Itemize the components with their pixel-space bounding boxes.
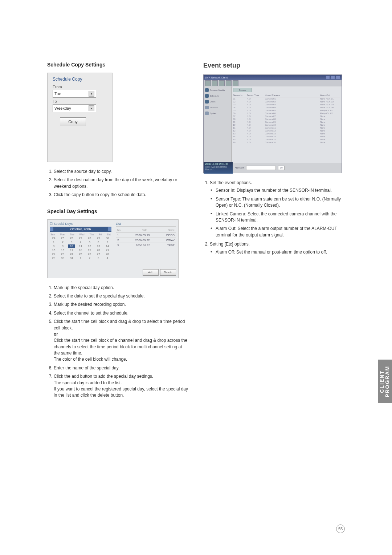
table-row: 10N.OCamera 10None (233, 123, 340, 126)
next-month-icon[interactable] (108, 227, 111, 231)
chevron-down-icon: ▾ (89, 91, 94, 97)
sidebar-item[interactable]: Network (204, 105, 230, 110)
calendar-day[interactable]: 15 (50, 248, 57, 252)
table-row: 05N.OCamera 05Relay Ch. 01 (233, 109, 340, 112)
calendar-day[interactable]: 7 (104, 240, 111, 244)
calendar-day[interactable]: 26 (68, 236, 75, 240)
table-row: 07N.OCamera 07None (233, 115, 340, 118)
calendar-day[interactable]: 24 (50, 236, 57, 240)
calendar-day[interactable]: 10 (68, 244, 75, 248)
calendar-day[interactable]: 29 (50, 256, 57, 260)
weekday-label: Mon (60, 233, 65, 236)
calendar-title-bar: October, 2006 (50, 227, 111, 232)
calendar-day[interactable]: 1 (77, 256, 84, 260)
special-day-steps: Mark up the special day option. Select t… (47, 285, 189, 399)
bullet-item: Alarm Off: Set the manual or post-alarm … (216, 249, 345, 255)
calendar-day[interactable]: 17 (68, 248, 75, 252)
list-item: Click the copy button to copy the schedu… (54, 192, 189, 198)
from-value: Tue (54, 92, 61, 96)
calendar-day[interactable]: 9 (60, 244, 66, 248)
weekday-label: Tue (70, 233, 74, 236)
calendar-day[interactable]: 3 (68, 240, 75, 244)
calendar-day[interactable]: 12 (86, 244, 93, 248)
special-day-heading: Special Day Settings (47, 208, 189, 214)
calendar-day[interactable]: 20 (95, 248, 102, 252)
list-label: List (116, 222, 176, 227)
toolbar-icon[interactable] (226, 80, 232, 86)
table-row[interactable]: 12006.09.19DDDD (116, 233, 176, 237)
copy-button[interactable]: Copy (60, 117, 86, 126)
calendar-day[interactable]: 25 (77, 252, 84, 256)
sidebar-item[interactable]: Event (204, 99, 230, 105)
status-datetime: 2006.10.10 15:31:59 (205, 163, 231, 166)
table-row: 01N.OCamera 01None / Ch. 01 (233, 97, 340, 100)
calendar-day[interactable]: 30 (60, 256, 66, 260)
calendar-day[interactable]: 31 (68, 256, 75, 260)
from-label: From (53, 85, 107, 89)
calendar-day[interactable]: 13 (95, 244, 102, 248)
calendar-day[interactable]: 11 (77, 244, 84, 248)
table-row[interactable]: 22006.09.22WDAY (116, 238, 176, 242)
table-row[interactable]: 32006.09.25TEST (116, 243, 176, 247)
delete-button[interactable]: Delete (160, 269, 176, 276)
from-dropdown[interactable]: Tue ▾ (53, 90, 96, 98)
calendar-day[interactable]: 2 (86, 256, 93, 260)
sidebar-item[interactable]: System (204, 110, 230, 116)
col-header: Sensor Type (247, 94, 265, 96)
calendar-day[interactable]: 14 (104, 244, 111, 248)
calendar-day[interactable]: 5 (86, 240, 93, 244)
calendar-day[interactable]: 18 (77, 248, 84, 252)
chevron-down-icon: ▾ (89, 105, 94, 111)
col-header: Name (168, 229, 175, 231)
sidebar-icon (205, 112, 209, 115)
maximize-icon[interactable] (331, 76, 335, 79)
event-setup-figure: DVR Network Client Camera / AudioSchedul… (203, 74, 342, 173)
list-item: Enter the name of the special day. (54, 365, 189, 371)
close-icon[interactable] (336, 76, 340, 79)
table-row: 13N.OCamera 13None (233, 132, 340, 135)
status-line: Record : (205, 168, 231, 171)
calendar-day[interactable]: 8 (50, 244, 57, 248)
calendar-day[interactable]: 4 (104, 256, 111, 260)
table-row: 09N.OCamera 09None (233, 121, 340, 123)
calendar-day[interactable]: 4 (77, 240, 84, 244)
alarm-off-field[interactable] (246, 166, 276, 170)
tab-sensor[interactable]: Sensor (233, 88, 252, 92)
calendar-day[interactable]: 21 (104, 248, 111, 252)
list-item: Click the add button to add the special … (54, 373, 189, 399)
calendar-day[interactable]: 27 (95, 252, 102, 256)
toolbar-icon[interactable] (233, 80, 238, 86)
minimize-icon[interactable] (326, 76, 330, 79)
calendar-day[interactable]: 27 (77, 236, 84, 240)
calendar-day[interactable]: 23 (60, 252, 66, 256)
calendar-day[interactable]: 30 (104, 236, 111, 240)
list-item: Select the channel to set the schedule. (54, 310, 189, 316)
bullet-item: Alarm Out: Select the alarm output numbe… (216, 226, 345, 238)
schedule-copy-panel: Schedule Copy From Tue ▾ To Weekday ▾ Co… (47, 73, 113, 162)
toolbar-icon[interactable] (212, 80, 218, 86)
calendar-day[interactable]: 26 (86, 252, 93, 256)
calendar-day[interactable]: 28 (86, 236, 93, 240)
calendar-day[interactable]: 24 (68, 252, 75, 256)
calendar-day[interactable]: 28 (104, 252, 111, 256)
add-button[interactable]: Add (143, 269, 159, 276)
schedule-copy-heading: Schedule Copy Settings (47, 62, 189, 68)
calendar-day[interactable]: 29 (95, 236, 102, 240)
calendar-day[interactable]: 1 (50, 240, 57, 244)
calendar-day[interactable]: 6 (95, 240, 102, 244)
calendar-day[interactable]: 3 (95, 256, 102, 260)
toolbar-icon[interactable] (219, 80, 225, 86)
table-row: 16N.OCamera 16None (233, 141, 340, 144)
calendar-day[interactable]: 2 (60, 240, 66, 244)
calendar-day[interactable]: 16 (60, 248, 66, 252)
weekday-label: Wed (79, 233, 84, 236)
toolbar-icon[interactable] (205, 80, 211, 86)
to-dropdown[interactable]: Weekday ▾ (53, 104, 96, 112)
prev-month-icon[interactable] (50, 227, 53, 231)
calendar-day[interactable]: 19 (86, 248, 93, 252)
event-setup-steps: Set the event options. Sensor In: Displa… (203, 180, 345, 255)
sidebar-item[interactable]: Schedule (204, 93, 230, 99)
calendar-day[interactable]: 25 (60, 236, 66, 240)
sidebar-item[interactable]: Camera / Audio (204, 87, 230, 93)
calendar-day[interactable]: 22 (50, 252, 57, 256)
